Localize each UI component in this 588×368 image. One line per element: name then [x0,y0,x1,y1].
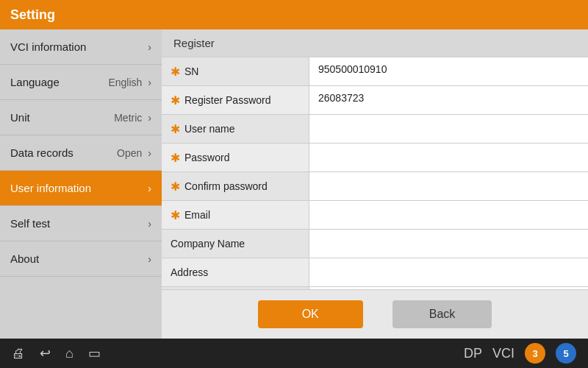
chevron-icon-vci-information: › [148,41,151,53]
field-label-confirm-password: ✱Confirm password [162,174,309,199]
field-label-email: ✱Email [162,202,309,228]
chevron-icon-self-test: › [148,218,151,230]
sidebar-item-language[interactable]: LanguageEnglish› [0,65,162,100]
sidebar-item-data-records[interactable]: Data recordsOpen› [0,135,162,171]
field-value-sn[interactable]: 950500010910 [309,57,588,85]
field-value-register-password[interactable]: 26083723 [309,86,588,114]
sidebar-item-label-language: Language [10,76,60,88]
field-value-email[interactable] [309,201,588,229]
form-row-company-name: Company Name [162,230,588,258]
form-row-register-password: ✱Register Password26083723 [162,86,588,115]
label-text-address: Address [171,266,208,278]
required-star-user-name: ✱ [171,122,180,136]
ok-button[interactable]: OK [258,300,363,328]
field-value-address[interactable] [309,258,588,286]
dp-label: DP [464,346,482,361]
label-text-password: Password [184,152,229,163]
sidebar-item-value-unit: Metric [114,112,142,124]
label-text-sn: SN [184,66,198,77]
field-value-user-name[interactable] [309,115,588,143]
label-text-register-password: Register Password [184,94,271,106]
chevron-icon-unit: › [148,112,151,124]
form-row-address: Address [162,258,588,287]
sidebar-item-label-self-test: Self test [10,217,50,230]
form-row-password: ✱Password [162,144,588,172]
label-text-email: Email [184,209,210,221]
field-value-company-name[interactable] [309,230,588,258]
sidebar-item-unit[interactable]: UnitMetric› [0,100,162,135]
main-content: VCI information›LanguageEnglish›UnitMetr… [0,29,588,339]
form-row-email: ✱Email [162,201,588,230]
sidebar-item-label-vci-information: VCI information [10,40,86,53]
sidebar-item-about[interactable]: About› [0,241,162,277]
sidebar-item-vci-information[interactable]: VCI information› [0,29,162,65]
required-star-confirm-password: ✱ [171,180,180,194]
field-label-sn: ✱SN [162,59,309,85]
badge-3: 3 [525,343,545,364]
back-nav-icon[interactable]: ↩ [40,345,51,361]
chevron-icon-language: › [148,77,151,88]
vci-label: VCI [492,346,514,361]
window-icon[interactable]: ▭ [88,345,101,361]
field-value-confirm-password[interactable] [309,172,588,200]
right-panel: Register ✱SN950500010910✱Register Passwo… [162,29,588,339]
button-row: OK Back [162,289,588,339]
app-container: Setting VCI information›LanguageEnglish›… [0,0,588,368]
bottom-bar: 🖨 ↩ ⌂ ▭ DP VCI 3 5 [0,339,588,368]
field-value-password[interactable] [309,144,588,171]
sidebar-item-user-information[interactable]: User information› [0,171,162,206]
sidebar-item-value-language: English [108,77,142,88]
required-star-register-password: ✱ [171,93,180,107]
field-label-company-name: Company Name [162,232,309,255]
sidebar-item-self-test[interactable]: Self test› [0,206,162,241]
home-icon[interactable]: ⌂ [65,346,74,361]
field-label-password: ✱Password [162,145,309,171]
sidebar-item-value-data-records: Open [117,147,142,159]
sidebar-item-label-unit: Unit [10,111,30,124]
form-row-confirm-password: ✱Confirm password [162,172,588,201]
field-label-address: Address [162,261,309,284]
chevron-icon-about: › [148,253,151,265]
label-text-company-name: Company Name [171,238,245,250]
register-title: Register [173,37,215,49]
bottom-icons: 🖨 ↩ ⌂ ▭ [12,345,101,361]
print-icon[interactable]: 🖨 [12,346,25,361]
sidebar-item-label-data-records: Data records [10,146,74,159]
field-label-register-password: ✱Register Password [162,88,309,113]
chevron-icon-user-information: › [148,183,151,194]
required-star-sn: ✱ [171,65,180,79]
badge-5: 5 [556,343,576,364]
header: Setting [0,0,588,29]
sidebar-item-label-user-information: User information [10,182,91,194]
sidebar-item-label-about: About [10,252,39,265]
register-header: Register [162,29,588,57]
sidebar: VCI information›LanguageEnglish›UnitMetr… [0,29,162,339]
required-star-password: ✱ [171,151,180,165]
label-text-confirm-password: Confirm password [184,180,268,192]
bottom-right-icons: DP VCI 3 5 [464,343,576,364]
label-text-user-name: User name [184,123,234,135]
back-button[interactable]: Back [392,300,492,328]
required-star-email: ✱ [171,208,180,222]
form-row-sn: ✱SN950500010910 [162,57,588,86]
chevron-icon-data-records: › [148,147,151,159]
header-title: Setting [10,7,55,23]
form-row-user-name: ✱User name [162,115,588,144]
form-container: ✱SN950500010910✱Register Password2608372… [162,57,588,289]
field-label-user-name: ✱User name [162,116,309,142]
